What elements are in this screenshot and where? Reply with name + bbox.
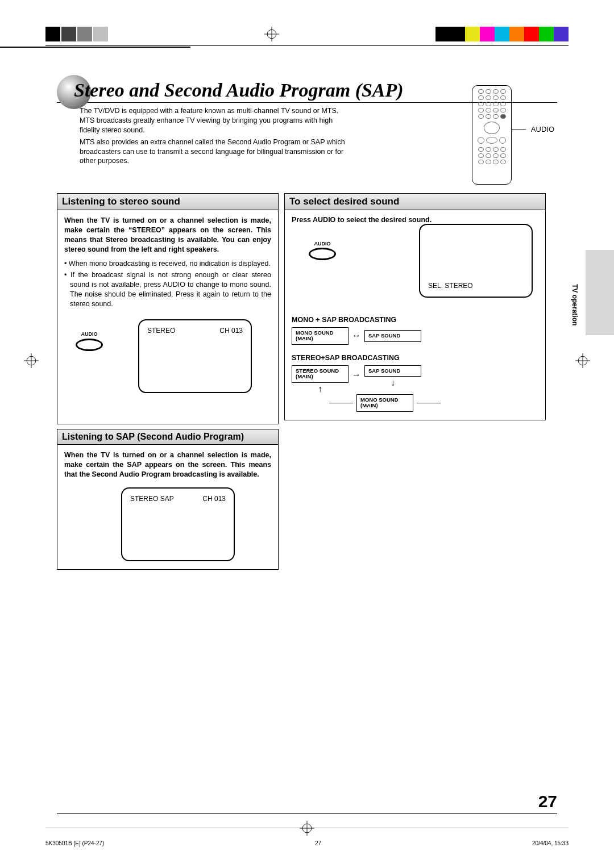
stereo-sap-heading: STEREO+SAP BROADCASTING: [292, 354, 538, 362]
registration-mark-top: [263, 26, 280, 43]
screen-stereo-text: STEREO: [147, 326, 175, 335]
mono-sound-box2: MONO SOUND(MAIN): [356, 394, 413, 412]
print-registration-bar: [45, 23, 569, 45]
audio-label: AUDIO: [76, 331, 103, 337]
mono-sound-box: MONO SOUND(MAIN): [292, 327, 349, 345]
registration-mark-left: [23, 352, 40, 369]
stereo-b2: • If the broadcast signal is not strong …: [64, 270, 271, 309]
registration-mark-right: [574, 352, 591, 369]
intro-p2: MTS also provides an extra channel calle…: [80, 137, 347, 166]
section-listening-sap: Listening to SAP (Second Audio Program): [57, 429, 279, 445]
arrow-bi-icon: ↔: [352, 331, 361, 341]
intro-text: The TV/DVD is equipped with a feature kn…: [80, 106, 347, 166]
footer-left: 5K30501B [E] (P24-27): [45, 840, 104, 846]
mono-sap-heading: MONO + SAP BROADCASTING: [292, 316, 538, 324]
stereo-lead: When the TV is turned on or a channel se…: [64, 216, 271, 254]
rule: [45, 45, 569, 46]
tv-screen-stereo: STEREO CH 013: [138, 319, 252, 393]
sap-sound-box: SAP SOUND: [364, 330, 421, 341]
arrow-right-icon: →: [352, 370, 361, 380]
page-number: 27: [538, 792, 557, 811]
section-select-sound: To select desired sound: [284, 193, 546, 210]
footer-mid: 27: [315, 840, 321, 846]
registration-mark-bottom: [298, 820, 316, 837]
top-thick-rule: [0, 47, 190, 48]
arrow-down-icon: ↓: [391, 378, 395, 388]
black-tone-blocks: [45, 27, 108, 41]
screen-sap-text: STEREO SAP: [130, 494, 174, 503]
audio-label-2: AUDIO: [309, 241, 336, 247]
screen-channel: CH 013: [219, 326, 243, 335]
audio-button-illustration-2: AUDIO: [309, 241, 336, 260]
section-listening-stereo: Listening to stereo sound: [57, 193, 279, 210]
intro-p1: The TV/DVD is equipped with a feature kn…: [80, 106, 347, 135]
tv-operation-label: TV operation: [571, 284, 579, 326]
page-rule: [57, 813, 557, 814]
screen-sel-stereo: SEL. STEREO: [428, 282, 524, 290]
remote-audio-label: AUDIO: [531, 125, 554, 133]
title-wrap: Stereo and Second Audio Program (SAP): [57, 80, 557, 103]
sap-lead: When the TV is turned on or a channel se…: [64, 450, 271, 479]
tv-screen-select: SEL. STEREO: [419, 224, 533, 298]
footer: 5K30501B [E] (P24-27) 27 20/4/04, 15:33: [45, 840, 569, 846]
stereo-sound-box: STEREO SOUND(MAIN): [292, 365, 349, 383]
arrow-up-icon: ↑: [318, 384, 322, 394]
screen-sap-channel: CH 013: [202, 494, 226, 503]
page-title: Stereo and Second Audio Program (SAP): [57, 80, 557, 101]
mono-sap-flow: MONO SOUND(MAIN) ↔ SAP SOUND: [292, 327, 538, 345]
tv-screen-sap: STEREO SAP CH 013: [121, 487, 235, 561]
color-blocks: [435, 27, 569, 41]
side-thumb-tab: [586, 250, 614, 335]
select-lead: Press AUDIO to select the desired sound.: [292, 216, 538, 224]
footer-right: 20/4/04, 15:33: [532, 840, 569, 846]
audio-button-illustration: AUDIO: [76, 331, 103, 351]
sap-sound-box2: SAP SOUND: [364, 365, 421, 377]
stereo-b1: • When mono broadcasting is received, no…: [64, 259, 271, 269]
remote-callout-line: [512, 130, 526, 130]
stereo-sap-flow: STEREO SOUND(MAIN) ↑ → SAP SOUND ↓: [292, 365, 538, 394]
